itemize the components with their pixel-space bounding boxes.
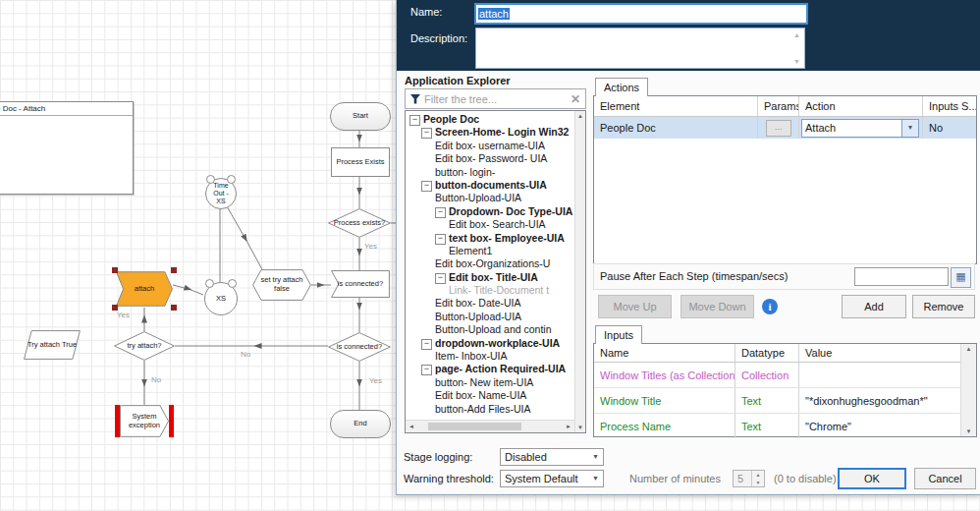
tab-actions[interactable]: Actions bbox=[595, 78, 648, 96]
input-row-window-titles[interactable]: Window Titles (as Collection) Collection bbox=[594, 363, 976, 388]
collapse-icon[interactable]: − bbox=[421, 181, 432, 192]
cancel-button[interactable]: Cancel bbox=[914, 468, 976, 489]
spinner-arrows[interactable]: ▲▼ bbox=[751, 471, 764, 486]
process-note-box[interactable]: e Doc - Attach bbox=[0, 101, 134, 195]
pause-after-step-input[interactable] bbox=[854, 267, 949, 286]
tree-filter-input[interactable]: Filter the tree... ✕ bbox=[405, 88, 586, 109]
name-input[interactable]: attach bbox=[475, 4, 807, 24]
tree-horizontal-scrollbar[interactable]: ◄► bbox=[406, 420, 574, 432]
minutes-spinner[interactable]: 5 ▲▼ bbox=[733, 470, 765, 487]
tree-item[interactable]: Edit box- Name-UIA bbox=[406, 389, 574, 402]
tree-vertical-scrollbar[interactable]: ▲▼ bbox=[574, 111, 585, 432]
collapse-icon[interactable]: − bbox=[421, 128, 432, 139]
ok-button[interactable]: OK bbox=[838, 468, 906, 489]
textarea-scrollbar[interactable]: ▲▼ bbox=[790, 29, 803, 67]
tree-item[interactable]: Button-Upload-UIA bbox=[406, 192, 574, 204]
link-label-no: No bbox=[151, 375, 161, 384]
warning-threshold-dropdown[interactable]: System Default ▼ bbox=[500, 470, 604, 487]
name-value-selected: attach bbox=[478, 8, 510, 20]
input-row-window-title[interactable]: Window Title Text "*dixonhughesgoodman*" bbox=[594, 388, 976, 414]
tree-item[interactable]: −People Doc bbox=[406, 113, 574, 126]
tree-item[interactable]: −Screen-Home- Login Win32 bbox=[406, 126, 574, 139]
move-up-button[interactable]: Move Up bbox=[598, 295, 672, 318]
action-row-people-doc[interactable]: People Doc ... Attach ▼ No bbox=[594, 117, 976, 139]
tree-item[interactable]: Edit box- Search-UIA bbox=[406, 218, 574, 231]
spin-up-icon[interactable]: ▲ bbox=[756, 472, 761, 478]
collapse-icon[interactable]: − bbox=[435, 234, 446, 245]
tree-item[interactable]: −Edit box- Title-UIA bbox=[406, 271, 574, 284]
action-combobox[interactable]: Attach ▼ bbox=[801, 119, 919, 138]
stage-try-attach-decision[interactable]: try attach? bbox=[114, 331, 175, 361]
scroll-up-icon[interactable]: ▲ bbox=[793, 31, 800, 38]
scroll-down-icon[interactable]: ▼ bbox=[793, 58, 800, 65]
stage-process-exists[interactable]: Process Exists bbox=[331, 147, 390, 177]
scroll-left-icon[interactable]: ◄ bbox=[408, 424, 414, 429]
spin-down-icon[interactable]: ▼ bbox=[756, 480, 761, 485]
stage-system-exception[interactable]: System exception bbox=[115, 405, 174, 437]
clear-filter-icon[interactable]: ✕ bbox=[566, 92, 585, 106]
selection-handle[interactable] bbox=[112, 267, 118, 273]
exception-red-bar bbox=[169, 405, 174, 437]
scroll-up-icon[interactable]: ▲ bbox=[966, 346, 972, 352]
description-textarea[interactable]: ▲▼ bbox=[475, 28, 805, 69]
tree-item[interactable]: Link- Title-Document t bbox=[406, 284, 574, 297]
tree-item[interactable]: Edit box- Date-UIA bbox=[406, 297, 574, 310]
stage-set-try-attach-false[interactable]: set try attach false bbox=[252, 269, 311, 301]
scroll-right-icon[interactable]: ► bbox=[566, 424, 572, 429]
tree-item[interactable]: Edit box- Password- UIA bbox=[406, 152, 574, 165]
chevron-down-icon: ▼ bbox=[588, 449, 603, 465]
inputs-vertical-scrollbar[interactable]: ▲▼ bbox=[960, 344, 976, 436]
dialog-header: Name: attach Description: ▲▼ bbox=[397, 0, 980, 71]
tree-item[interactable]: Element1 bbox=[406, 245, 574, 257]
calculator-icon[interactable]: ▦ bbox=[951, 267, 971, 288]
remove-button[interactable]: Remove bbox=[912, 295, 975, 318]
stage-start[interactable]: Start bbox=[330, 102, 391, 131]
selection-handle[interactable] bbox=[171, 267, 177, 273]
collapse-icon[interactable]: − bbox=[435, 207, 446, 218]
stage-end[interactable]: End bbox=[330, 410, 391, 438]
tree-item[interactable]: −page- Action Required-UIA bbox=[406, 363, 574, 375]
tree-item[interactable]: −dropdown-workplace-UIA bbox=[406, 337, 574, 350]
stage-is-connected-box[interactable]: is connected? bbox=[331, 270, 390, 298]
tree-item[interactable]: −text box- Employee-UIA bbox=[406, 232, 574, 245]
column-element: Element bbox=[594, 96, 758, 116]
tree-item[interactable]: Edit box-Organizations-U bbox=[406, 257, 574, 270]
column-value: Value bbox=[799, 344, 959, 362]
collapse-icon[interactable]: − bbox=[421, 339, 432, 350]
stage-xs-wait[interactable]: XS bbox=[204, 282, 238, 315]
tree-item[interactable]: −button-documents-UIA bbox=[406, 179, 574, 192]
selection-handle[interactable] bbox=[112, 305, 118, 311]
tree-item[interactable]: −Dropdown- Doc Type-UIA bbox=[406, 205, 574, 218]
add-button[interactable]: Add bbox=[842, 295, 906, 318]
scroll-down-icon[interactable]: ▼ bbox=[966, 428, 972, 434]
stage-process-exists-decision[interactable]: Process exists? bbox=[328, 208, 391, 238]
tab-inputs[interactable]: Inputs bbox=[595, 325, 642, 344]
stage-timeout-wait[interactable]: Time Out - XS bbox=[205, 178, 237, 209]
scrollbar-thumb[interactable] bbox=[428, 423, 521, 430]
move-down-button[interactable]: Move Down bbox=[681, 295, 754, 318]
input-row-process-name[interactable]: Process Name Text "Chrome" bbox=[594, 414, 976, 438]
scroll-down-icon[interactable]: ▼ bbox=[577, 425, 583, 430]
params-ellipsis-button[interactable]: ... bbox=[766, 120, 791, 137]
tree-item[interactable]: Item- Inbox-UIA bbox=[406, 350, 574, 363]
collapse-icon[interactable]: − bbox=[421, 365, 432, 375]
column-action: Action bbox=[799, 96, 923, 116]
scroll-up-icon[interactable]: ▲ bbox=[577, 113, 583, 119]
collapse-icon[interactable]: − bbox=[409, 115, 420, 126]
stage-try-attach-true-calc[interactable]: Try attach True bbox=[24, 330, 81, 360]
stage-attach-selected[interactable]: attach bbox=[116, 271, 173, 307]
tree-item[interactable]: button- New item-UIA bbox=[406, 376, 574, 389]
warning-threshold-label: Warning threshold: bbox=[404, 473, 494, 484]
selection-handle[interactable] bbox=[171, 305, 177, 311]
exception-red-bar bbox=[115, 405, 120, 437]
info-icon: i bbox=[762, 299, 778, 314]
stage-is-connected-decision[interactable]: is connected? bbox=[328, 332, 391, 362]
stage-logging-dropdown[interactable]: Disabled ▼ bbox=[500, 448, 604, 466]
collapse-icon[interactable]: − bbox=[435, 273, 446, 284]
tree-item[interactable]: Edit box- username-UIA bbox=[406, 140, 574, 152]
tree-item[interactable]: Button-Upload-UIA bbox=[406, 311, 574, 323]
tree-item[interactable]: Button-Upload and contin bbox=[406, 323, 574, 336]
tree-item[interactable]: button-Add Files-UIA bbox=[406, 403, 574, 416]
chevron-down-icon[interactable]: ▼ bbox=[901, 120, 918, 137]
tree-item[interactable]: button- login- bbox=[406, 166, 574, 179]
